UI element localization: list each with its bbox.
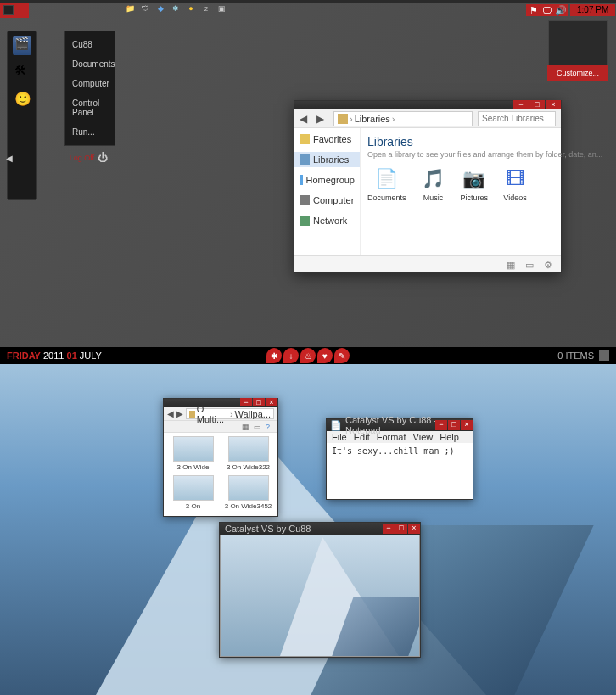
- library-documents[interactable]: 📄Documents: [367, 167, 406, 202]
- menu-documents[interactable]: Documents: [65, 54, 115, 74]
- sidebar-favorites[interactable]: Favorites: [294, 132, 360, 147]
- search-input[interactable]: [478, 111, 556, 126]
- preview-icon[interactable]: ▭: [254, 423, 262, 431]
- forward-icon[interactable]: ▶: [176, 409, 183, 418]
- thumbnail-image: [228, 475, 269, 501]
- trash-icon[interactable]: [599, 350, 609, 361]
- thumbnail-image: [173, 475, 214, 501]
- image-titlebar[interactable]: Catalyst VS by Cu88 − □ ×: [220, 523, 420, 535]
- view-details-icon[interactable]: ▭: [525, 260, 535, 270]
- badge-fire-icon[interactable]: ♨: [300, 348, 316, 363]
- badge-heart-icon[interactable]: ♥: [317, 348, 333, 363]
- explorer-window: − □ × ◀ ▶ › Libraries › Favorites Librar…: [294, 100, 562, 273]
- badge-down-icon[interactable]: ↓: [283, 348, 299, 363]
- menu-control-panel[interactable]: Control Panel: [65, 93, 115, 122]
- menu-file[interactable]: File: [332, 432, 347, 442]
- menu-format[interactable]: Format: [377, 432, 406, 442]
- library-videos[interactable]: 🎞Videos: [501, 167, 529, 202]
- settings-icon[interactable]: ⚙: [544, 260, 554, 270]
- menu-computer[interactable]: Computer: [65, 74, 115, 93]
- top-edge: [0, 0, 616, 3]
- badge-apps-icon[interactable]: ✱: [266, 348, 282, 363]
- power-icon[interactable]: ⏻: [98, 152, 108, 164]
- side-dock: [7, 31, 37, 200]
- close-button[interactable]: ×: [461, 420, 473, 430]
- tray-expand-icon[interactable]: ▣: [216, 3, 227, 14]
- volume-icon[interactable]: 🔊: [555, 5, 565, 15]
- back-icon[interactable]: ◀: [167, 409, 174, 418]
- clock[interactable]: 1:07 PM: [570, 4, 615, 16]
- library-music[interactable]: 🎵Music: [420, 167, 447, 202]
- help-icon[interactable]: ?: [266, 423, 274, 431]
- view-icon[interactable]: ▦: [242, 423, 250, 431]
- tray-folder-icon[interactable]: 📁: [124, 3, 136, 14]
- notepad-window: 📄 Catalyst VS by Cu88 - Notepad − □ × Fi…: [326, 418, 473, 500]
- minimize-button[interactable]: −: [513, 100, 529, 109]
- library-icon: [300, 154, 310, 165]
- forward-button[interactable]: ▶: [316, 113, 328, 125]
- image-title: Catalyst VS by Cu88: [225, 524, 311, 534]
- minimize-button[interactable]: −: [383, 524, 395, 534]
- mid-right: 0 ITEMS: [557, 350, 609, 361]
- view-tiles-icon[interactable]: ▦: [507, 260, 517, 270]
- thumbnail-image: [228, 436, 269, 462]
- maximize-button[interactable]: □: [529, 100, 545, 109]
- sidebar-computer[interactable]: Computer: [294, 193, 360, 208]
- star-icon: [300, 134, 310, 144]
- mid-center-badges: ✱ ↓ ♨ ♥ ✎: [266, 348, 350, 363]
- sidebar-libraries[interactable]: Libraries: [294, 152, 360, 167]
- menu-cu88[interactable]: Cu88: [65, 35, 115, 54]
- bottom-desktop: FRIDAY 2011 01 JULY ✱ ↓ ♨ ♥ ✎ 0 ITEMS − …: [0, 347, 616, 695]
- thumb-item[interactable]: 3 On Wide322: [222, 436, 274, 472]
- maximize-button[interactable]: □: [253, 398, 265, 406]
- explorer-toolbar: ◀ ▶ › Libraries ›: [294, 109, 561, 128]
- start-corner[interactable]: [0, 3, 29, 18]
- thumb-item[interactable]: 3 On: [167, 475, 219, 511]
- sidebar-network[interactable]: Network: [294, 213, 360, 228]
- library-pictures[interactable]: 📷Pictures: [461, 167, 489, 202]
- menu-run[interactable]: Run...: [65, 122, 115, 142]
- path-field[interactable]: O Multi...›Wallpa...: [186, 408, 274, 419]
- minimize-button[interactable]: −: [435, 420, 447, 430]
- logoff-button[interactable]: Log Off: [70, 154, 94, 162]
- documents-icon: 📄: [373, 167, 400, 191]
- thumb-breadcrumb[interactable]: ◀ ▶ O Multi...›Wallpa...: [164, 407, 277, 421]
- tray-app-icon[interactable]: ◆: [154, 3, 166, 14]
- minimize-button[interactable]: −: [240, 398, 252, 406]
- close-button[interactable]: ×: [408, 524, 420, 534]
- tray-snow-icon[interactable]: ❄: [170, 3, 182, 14]
- thumb-item[interactable]: 3 On Wide3452: [222, 475, 274, 511]
- back-arrow-icon[interactable]: ◀: [6, 154, 13, 163]
- back-button[interactable]: ◀: [300, 113, 311, 125]
- system-tray-right: ⚑ 🖵 🔊 1:07 PM: [526, 3, 616, 18]
- close-button[interactable]: ×: [546, 100, 561, 109]
- menu-edit[interactable]: Edit: [354, 432, 370, 442]
- thumb-item[interactable]: 3 On Wide: [167, 436, 219, 472]
- breadcrumb[interactable]: › Libraries ›: [333, 111, 473, 126]
- close-button[interactable]: ×: [266, 398, 277, 406]
- badge-wrench-icon[interactable]: ✎: [334, 348, 350, 363]
- image-viewer-window: Catalyst VS by Cu88 − □ ×: [219, 522, 421, 658]
- maximize-button[interactable]: □: [395, 524, 407, 534]
- menu-help[interactable]: Help: [440, 432, 459, 442]
- monitor-icon[interactable]: 🖵: [542, 5, 552, 15]
- explorer-titlebar[interactable]: − □ ×: [294, 101, 561, 109]
- start-menu: Cu88 Documents Computer Control Panel Ru…: [64, 31, 115, 146]
- dock-tools-icon[interactable]: [13, 64, 31, 82]
- flag-icon[interactable]: ⚑: [529, 5, 540, 15]
- menu-view[interactable]: View: [413, 432, 434, 442]
- sidebar-homegroup[interactable]: Homegroup: [294, 172, 360, 188]
- pane-subtitle: Open a library to see your files and arr…: [367, 150, 602, 159]
- tray-shield-icon[interactable]: 🛡: [139, 3, 151, 14]
- customize-button[interactable]: Customize...: [547, 65, 608, 81]
- explorer-sidebar: Favorites Libraries Homegroup Computer N…: [294, 128, 361, 255]
- notepad-textarea[interactable]: It's sexy...chill man ;): [327, 443, 473, 459]
- thumbnail-explorer-window: − □ × ◀ ▶ O Multi...›Wallpa... ▦ ▭ ? 3 O…: [163, 398, 278, 517]
- dock-video-icon[interactable]: [13, 36, 31, 55]
- maximize-button[interactable]: □: [448, 420, 460, 430]
- pane-title: Libraries: [367, 135, 602, 149]
- dock-smile-icon[interactable]: [13, 91, 31, 109]
- notepad-titlebar[interactable]: 📄 Catalyst VS by Cu88 - Notepad − □ ×: [327, 419, 473, 431]
- tray-badge-icon[interactable]: ●: [185, 3, 197, 14]
- thumbnail-grid: 3 On Wide 3 On Wide322 3 On 3 On Wide345…: [164, 433, 277, 514]
